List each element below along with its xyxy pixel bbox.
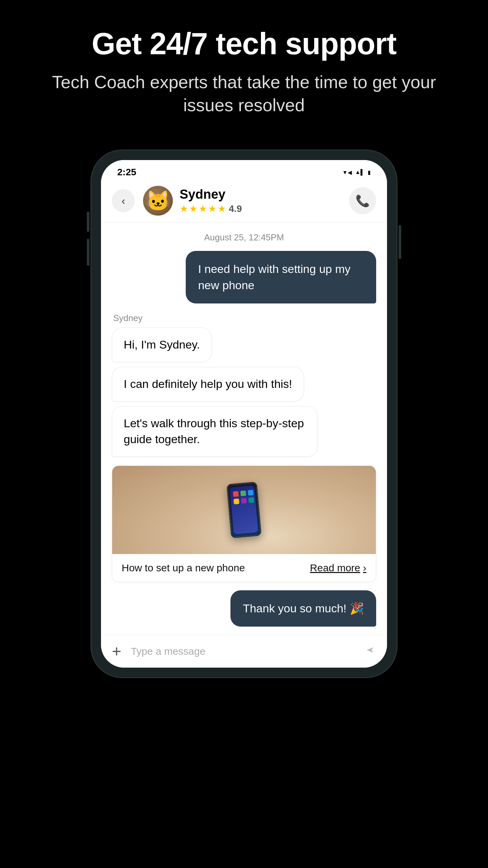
chevron-right-icon: ›: [363, 562, 366, 574]
app-icon-2: [240, 490, 246, 496]
star-2: ★: [189, 203, 198, 214]
app-icon-5: [241, 498, 247, 504]
status-bar: 2:25 ▼◀ ▲▌ ▮: [101, 160, 387, 180]
app-icon-1: [233, 491, 239, 497]
status-icons: ▼◀ ▲▌ ▮: [342, 169, 371, 176]
agent-details: Sydney ★ ★ ★ ★ ★ 4.9: [180, 187, 242, 214]
input-bar: + Type a message: [101, 635, 387, 668]
status-time: 2:25: [117, 167, 136, 178]
article-card: How to set up a new phone Read more ›: [112, 466, 376, 582]
read-more-label: Read more: [310, 562, 360, 574]
chat-header: ‹ Sydney ★ ★ ★ ★ ★ 4: [101, 180, 387, 223]
star-5: ★: [218, 203, 226, 214]
rating-value: 4.9: [229, 203, 242, 214]
wifi-icon: ▼◀: [342, 169, 352, 176]
agent-label: Sydney: [112, 313, 143, 323]
volume-up-button: [87, 212, 89, 232]
agent-message-group: Sydney Hi, I'm Sydney. I can definitely …: [112, 313, 376, 461]
agent-bubble-2: I can definitely help you with this!: [112, 367, 304, 401]
send-button[interactable]: [364, 644, 376, 659]
volume-down-button: [87, 239, 89, 266]
user-bubble-2: Thank you so much! 🎉: [230, 590, 376, 627]
app-icon-3: [248, 490, 253, 495]
star-1: ★: [180, 203, 188, 214]
page-title: Get 24/7 tech support: [41, 27, 447, 61]
signal-icon: ▲▌: [355, 169, 364, 175]
power-button: [399, 225, 401, 259]
card-footer: How to set up a new phone Read more ›: [112, 554, 376, 582]
card-image: [112, 466, 376, 554]
avatar: [143, 186, 173, 216]
card-title: How to set up a new phone: [122, 562, 245, 574]
phone-frame: 2:25 ▼◀ ▲▌ ▮ ‹ Sydney ★: [92, 151, 396, 677]
user-message-2: Thank you so much! 🎉: [112, 590, 376, 627]
phone-screen: 2:25 ▼◀ ▲▌ ▮ ‹ Sydney ★: [101, 160, 387, 668]
stars-container: ★ ★ ★ ★ ★: [180, 203, 226, 214]
add-button[interactable]: +: [112, 643, 121, 659]
chat-body: August 25, 12:45PM I need help with sett…: [101, 223, 387, 635]
app-icon-4: [233, 498, 239, 504]
header-section: Get 24/7 tech support Tech Coach experts…: [0, 0, 488, 137]
message-input[interactable]: Type a message: [128, 646, 357, 657]
back-button[interactable]: ‹: [112, 189, 135, 212]
phone-screen-mini: [230, 486, 258, 534]
read-more-button[interactable]: Read more ›: [310, 562, 366, 574]
agent-bubble-3: Let's walk through this step-by-step gui…: [112, 406, 318, 457]
agent-name: Sydney: [180, 187, 242, 202]
phone-mockup: 2:25 ▼◀ ▲▌ ▮ ‹ Sydney ★: [92, 151, 396, 677]
date-label: August 25, 12:45PM: [112, 223, 376, 251]
user-message-1: I need help with setting up my new phone: [112, 251, 376, 303]
user-bubble-1: I need help with setting up my new phone: [186, 251, 376, 303]
agent-bubble-1: Hi, I'm Sydney.: [112, 328, 212, 362]
battery-icon: ▮: [368, 169, 371, 176]
call-button[interactable]: 📞: [349, 187, 376, 214]
agent-rating: ★ ★ ★ ★ ★ 4.9: [180, 203, 242, 214]
agent-info: Sydney ★ ★ ★ ★ ★ 4.9: [143, 186, 349, 216]
page-subtitle: Tech Coach experts that take the time to…: [41, 71, 447, 117]
phone-illustration: [226, 481, 262, 538]
star-4: ★: [208, 203, 217, 214]
card-image-bg: [112, 466, 376, 554]
star-3: ★: [199, 203, 207, 214]
app-icon-6: [248, 497, 254, 503]
